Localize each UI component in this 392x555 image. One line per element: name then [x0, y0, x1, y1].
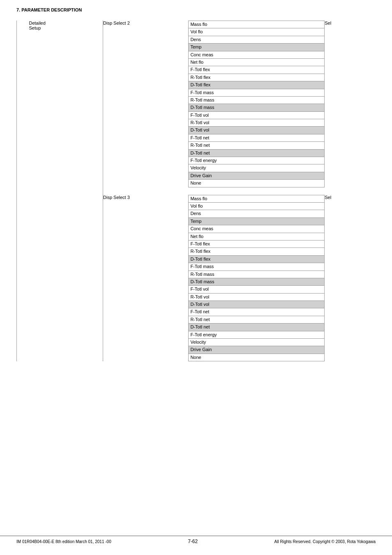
list-item: R-Totl net: [189, 316, 325, 323]
detailed-label: Detailed: [29, 21, 46, 25]
section1-items-table: Mass floVol floDensTempConc measNet floF…: [188, 21, 325, 187]
section2-sel-label: Sel: [325, 195, 331, 200]
section-gap: [103, 187, 367, 195]
list-item: D-Totl flex: [189, 81, 325, 89]
list-item: Conc meas: [189, 225, 325, 233]
list-item: Drive Gain: [189, 172, 325, 179]
section2-items: Mass floVol floDensTempConc measNet floF…: [188, 195, 325, 362]
list-item: Mass flo: [189, 21, 325, 28]
list-item: Temp: [189, 217, 325, 225]
list-item: D-Totl vol: [189, 127, 325, 134]
list-item: F-Totl net: [189, 134, 325, 141]
list-item: F-Totl net: [189, 308, 325, 316]
list-item: Net flo: [189, 233, 325, 240]
list-item: Vol flo: [189, 28, 325, 36]
section2-items-table: Mass floVol floDensTempConc measNet floF…: [188, 195, 325, 362]
list-item: None: [189, 180, 325, 187]
list-item: D-Totl net: [189, 149, 325, 157]
list-item: D-Totl mass: [189, 278, 325, 285]
list-item: F-Totl vol: [189, 286, 325, 293]
section2-layout: Disp Select 3 Mass floVol floDensTempCon…: [103, 195, 367, 362]
list-item: R-Totl flex: [189, 74, 325, 81]
list-item: Dens: [189, 210, 325, 217]
page-header: 7. PARAMETER DESCRIPTION: [0, 0, 392, 16]
page-content: Detailed Setup Disp Select 2: [0, 16, 392, 386]
list-item: R-Totl vol: [189, 119, 325, 127]
setup-label: Setup: [29, 25, 41, 30]
list-item: Vol flo: [189, 202, 325, 210]
list-item: F-Totl mass: [189, 89, 325, 96]
list-item: F-Totl mass: [189, 263, 325, 271]
label-detailed: Detailed Setup: [29, 21, 66, 361]
list-item: Velocity: [189, 164, 325, 172]
footer-page-number: 7-62: [188, 539, 198, 544]
list-item: Drive Gain: [189, 346, 325, 354]
list-item: F-Totl energy: [189, 157, 325, 164]
list-item: Mass flo: [189, 195, 325, 202]
page-footer: IM 01R04B04-00E-E 8th edition March 01, …: [0, 536, 392, 547]
section1-container: Disp Select 2 Mass floVol floDensTempCon…: [103, 21, 368, 361]
list-item: Dens: [189, 36, 325, 43]
list-item: R-Totl vol: [189, 293, 325, 301]
list-item: D-Totl flex: [189, 255, 325, 263]
main-table: Detailed Setup Disp Select 2: [16, 21, 376, 361]
section2-sel: Sel: [325, 195, 367, 362]
list-item: Velocity: [189, 339, 325, 346]
disp-select-3-label: Disp Select 3: [103, 195, 130, 200]
disp-select-2-label: Disp Select 2: [103, 21, 130, 25]
list-item: F-Totl flex: [189, 240, 325, 247]
footer-left: IM 01R04B04-00E-E 8th edition March 01, …: [16, 539, 111, 544]
list-item: R-Totl mass: [189, 271, 325, 278]
list-item: Temp: [189, 44, 325, 51]
list-item: F-Totl flex: [189, 66, 325, 74]
footer-right: All Rights Reserved. Copyright © 2003, R…: [274, 539, 376, 544]
section1-sel: Sel: [325, 21, 367, 187]
section1-selector-label: Disp Select 2: [103, 21, 188, 187]
list-item: Net flo: [189, 58, 325, 66]
section1-items: Mass floVol floDensTempConc measNet floF…: [188, 21, 325, 187]
list-item: None: [189, 354, 325, 361]
section2-selector-label: Disp Select 3: [103, 195, 188, 362]
page-title: 7. PARAMETER DESCRIPTION: [16, 7, 82, 12]
list-item: D-Totl mass: [189, 104, 325, 111]
list-item: F-Totl energy: [189, 331, 325, 338]
list-item: F-Totl vol: [189, 111, 325, 119]
section1-sel-label: Sel: [325, 21, 331, 25]
list-item: R-Totl mass: [189, 96, 325, 104]
list-item: R-Totl flex: [189, 248, 325, 255]
list-item: D-Totl net: [189, 324, 325, 331]
list-item: D-Totl vol: [189, 301, 325, 308]
section1-layout: Disp Select 2 Mass floVol floDensTempCon…: [103, 21, 367, 187]
list-item: Conc meas: [189, 51, 325, 58]
list-item: R-Totl net: [189, 142, 325, 149]
